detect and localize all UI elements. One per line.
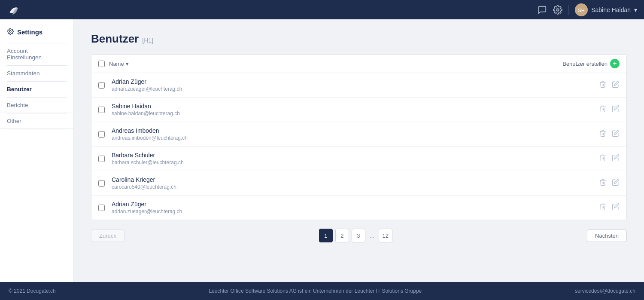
settings-label: Settings [17, 28, 43, 36]
row-info-2: Sabine Haidan sabine.haidan@leuchterag.c… [112, 103, 599, 116]
table-row: Adrian Züger adrian.zueager@leuchterag.c… [91, 196, 626, 220]
row-name-4: Barbara Schuler [112, 152, 599, 159]
sidebar-header: Settings [0, 28, 73, 43]
edit-icon-2[interactable] [612, 105, 620, 115]
row-info-6: Adrian Züger adrian.zueager@leuchterag.c… [112, 201, 599, 214]
row-email-1: adrian.zueager@leuchterag.ch [112, 86, 599, 92]
delete-icon-6[interactable] [599, 203, 607, 213]
row-actions-1 [599, 80, 620, 90]
page-3[interactable]: 3 [352, 229, 365, 242]
sidebar-item-account[interactable]: Account Einstellungen [0, 43, 73, 65]
create-user-button[interactable]: Benutzer erstellen + [562, 59, 620, 68]
svg-point-0 [556, 9, 559, 11]
delete-icon-3[interactable] [599, 129, 607, 139]
row-actions-6 [599, 203, 620, 213]
users-table: Name ▾ Benutzer erstellen + Adrian Züger… [91, 54, 627, 220]
chat-icon[interactable] [538, 5, 547, 15]
edit-icon-4[interactable] [612, 154, 620, 164]
page-title: Benutzer [H1] [91, 32, 627, 46]
user-name: Sabine Haidan [591, 6, 631, 13]
footer-company: Leuchter Office Software Solutions AG is… [209, 288, 422, 294]
table-row: Carolina Krieger carocaro540@leuchterag.… [91, 171, 626, 196]
row-checkbox-1[interactable] [98, 82, 105, 89]
row-email-6: adrian.zueager@leuchterag.ch [112, 208, 599, 214]
sidebar-item-other[interactable]: Other [0, 113, 73, 129]
sidebar-divider-5 [7, 129, 67, 129]
table-header-left: Name ▾ [98, 61, 129, 67]
gear-icon [7, 28, 14, 36]
logo[interactable] [7, 3, 21, 17]
create-user-label: Benutzer erstellen [562, 61, 608, 67]
pagination-bar: Zurück 1 2 3 ... 12 Nächsten [91, 229, 627, 242]
table-row: Barbara Schuler barbara.schuler@leuchter… [91, 147, 626, 171]
settings-icon[interactable] [553, 5, 562, 15]
sidebar-item-berichte[interactable]: Berichte [0, 98, 73, 113]
svg-text:SH: SH [578, 8, 585, 13]
main-content: Benutzer [H1] Name ▾ Benutzer erstellen … [74, 19, 644, 282]
main-layout: Settings Account Einstellungen Stammdate… [0, 19, 644, 282]
table-row: Sabine Haidan sabine.haidan@leuchterag.c… [91, 98, 626, 122]
row-info-5: Carolina Krieger carocaro540@leuchterag.… [112, 176, 599, 190]
row-actions-3 [599, 129, 620, 139]
chevron-down-icon: ▾ [634, 6, 637, 13]
row-checkbox-4[interactable] [98, 156, 105, 162]
row-actions-5 [599, 178, 620, 188]
page-2[interactable]: 2 [335, 229, 349, 242]
name-column-header[interactable]: Name ▾ [109, 61, 129, 67]
svg-point-3 [9, 31, 11, 32]
sidebar: Settings Account Einstellungen Stammdate… [0, 19, 74, 282]
table-header: Name ▾ Benutzer erstellen + [91, 55, 626, 73]
row-actions-4 [599, 154, 620, 164]
row-actions-2 [599, 105, 620, 115]
row-info-1: Adrian Züger adrian.zueager@leuchterag.c… [112, 78, 599, 92]
page-1[interactable]: 1 [319, 229, 333, 242]
row-info-3: Andreas Imboden andreas.imboden@leuchter… [112, 127, 599, 141]
footer-copyright: © 2021 Docugate.ch [9, 288, 56, 294]
page-title-text: Benutzer [91, 32, 139, 46]
row-email-3: andreas.imboden@leuchterag.ch [112, 135, 599, 141]
page-ellipsis: ... [368, 233, 376, 239]
delete-icon-5[interactable] [599, 178, 607, 188]
delete-icon-1[interactable] [599, 80, 607, 90]
next-button[interactable]: Nächsten [587, 230, 627, 242]
footer: © 2021 Docugate.ch Leuchter Office Softw… [0, 282, 644, 300]
top-navigation: SH Sabine Haidan ▾ [0, 0, 644, 19]
edit-icon-5[interactable] [612, 178, 620, 188]
row-info-4: Barbara Schuler barbara.schuler@leuchter… [112, 152, 599, 165]
row-email-4: barbara.schuler@leuchterag.ch [112, 159, 599, 165]
edit-icon-3[interactable] [612, 129, 620, 139]
sort-icon: ▾ [126, 61, 129, 67]
row-name-6: Adrian Züger [112, 201, 599, 208]
delete-icon-2[interactable] [599, 105, 607, 115]
topnav-right: SH Sabine Haidan ▾ [538, 3, 637, 16]
row-checkbox-3[interactable] [98, 131, 105, 138]
row-name-5: Carolina Krieger [112, 176, 599, 183]
table-row: Adrian Züger adrian.zueager@leuchterag.c… [91, 73, 626, 98]
row-checkbox-2[interactable] [98, 107, 105, 113]
row-name-2: Sabine Haidan [112, 103, 599, 110]
sidebar-item-benutzer[interactable]: Benutzer [0, 82, 73, 97]
prev-button[interactable]: Zurück [91, 230, 125, 242]
row-email-2: sabine.haidan@leuchterag.ch [112, 110, 599, 116]
table-row: Andreas Imboden andreas.imboden@leuchter… [91, 122, 626, 147]
select-all-checkbox[interactable] [98, 61, 105, 67]
row-email-5: carocaro540@leuchterag.ch [112, 184, 599, 190]
add-icon: + [610, 59, 620, 68]
row-name-3: Andreas Imboden [112, 127, 599, 134]
delete-icon-4[interactable] [599, 154, 607, 164]
row-checkbox-6[interactable] [98, 205, 105, 211]
sidebar-item-stammdaten[interactable]: Stammdaten [0, 66, 73, 81]
page-title-tag: [H1] [142, 37, 153, 44]
edit-icon-1[interactable] [612, 80, 620, 90]
user-menu[interactable]: SH Sabine Haidan ▾ [575, 3, 637, 16]
page-12[interactable]: 12 [379, 229, 392, 242]
pagination-pages: 1 2 3 ... 12 [319, 229, 392, 242]
row-name-1: Adrian Züger [112, 78, 599, 85]
nav-divider [568, 5, 569, 15]
edit-icon-6[interactable] [612, 203, 620, 213]
avatar: SH [575, 3, 588, 16]
footer-email: servicedesk@docugate.ch [575, 288, 635, 294]
row-checkbox-5[interactable] [98, 180, 105, 187]
